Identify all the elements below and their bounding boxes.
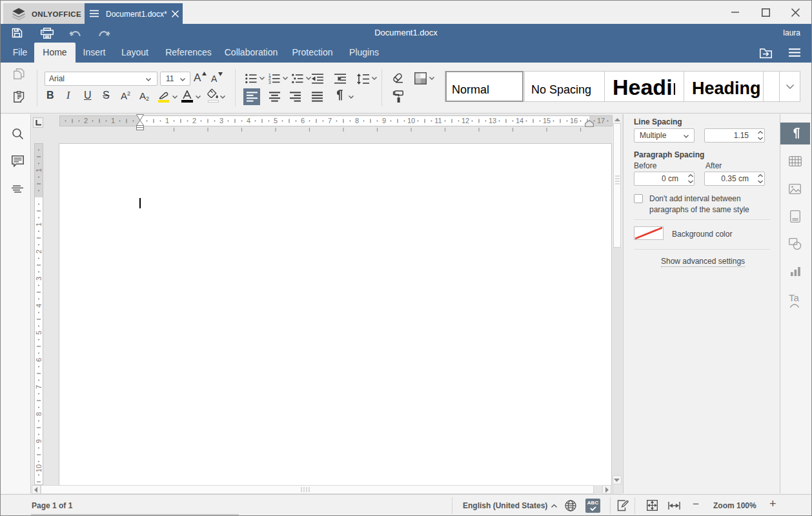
- svg-text:11: 11: [434, 117, 442, 124]
- svg-text:2: 2: [35, 250, 43, 253]
- svg-text:8: 8: [355, 117, 359, 124]
- svg-text:6: 6: [35, 358, 43, 362]
- svg-text:14: 14: [516, 117, 523, 124]
- svg-text:3: 3: [35, 277, 43, 281]
- svg-text:1: 1: [165, 117, 169, 124]
- svg-text:2: 2: [192, 117, 196, 124]
- svg-text:10: 10: [35, 464, 43, 472]
- svg-text:4: 4: [35, 304, 43, 308]
- svg-text:8: 8: [35, 412, 43, 416]
- svg-text:15: 15: [543, 117, 551, 124]
- svg-text:2: 2: [84, 117, 88, 124]
- svg-text:12: 12: [462, 117, 469, 124]
- svg-text:17: 17: [597, 117, 605, 124]
- svg-text:1: 1: [35, 168, 43, 172]
- svg-text:3: 3: [269, 80, 271, 84]
- svg-text:9: 9: [35, 439, 43, 443]
- svg-text:7: 7: [328, 117, 332, 124]
- svg-text:3: 3: [219, 117, 223, 124]
- svg-text:7: 7: [35, 385, 43, 389]
- svg-text:5: 5: [35, 331, 43, 335]
- svg-text:5: 5: [274, 117, 278, 124]
- svg-text:6: 6: [301, 117, 305, 124]
- svg-text:13: 13: [489, 117, 496, 124]
- svg-text:9: 9: [382, 117, 386, 124]
- svg-text:1: 1: [111, 117, 115, 124]
- svg-text:1: 1: [35, 223, 43, 226]
- svg-text:4: 4: [247, 117, 250, 124]
- svg-text:16: 16: [570, 117, 578, 124]
- svg-text:10: 10: [407, 117, 415, 124]
